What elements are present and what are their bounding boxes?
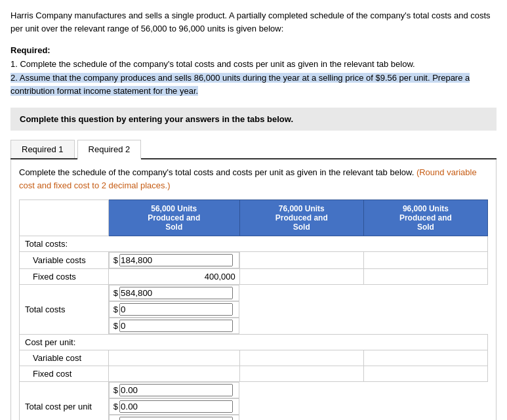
tab-instruction: Complete the schedule of the company's t…: [19, 166, 488, 192]
table-row: Total costs $ $ $: [20, 285, 488, 335]
variable-cost-96k-cell: [363, 350, 487, 366]
total-costs-row-label: Total costs: [20, 285, 109, 335]
fixed-cost-76k-cell: [239, 366, 363, 382]
required-item1: 1. Complete the schedule of the company'…: [10, 58, 497, 72]
tab-required1[interactable]: Required 1: [10, 140, 75, 158]
dollar-sign-total1: $: [110, 285, 119, 301]
variable-costs-label: Variable costs: [20, 252, 109, 269]
variable-costs-96k-cell: [363, 252, 487, 269]
total-costs-96k-input[interactable]: [119, 320, 233, 332]
variable-costs-56k-input[interactable]: [119, 254, 233, 266]
fixed-costs-56k-cell: [108, 269, 239, 285]
variable-costs-76k-cell: [239, 252, 363, 269]
fixed-costs-label: Fixed costs: [20, 269, 109, 285]
fixed-cost-56k-input[interactable]: [109, 367, 239, 381]
instruction-box: Complete this question by entering your …: [10, 108, 497, 131]
table-row: Fixed costs: [20, 269, 488, 285]
fixed-cost-96k-input[interactable]: [364, 367, 487, 381]
table-row: Total cost per unit $ $ $: [20, 382, 488, 420]
fixed-costs-76k-input[interactable]: [240, 270, 363, 284]
fixed-cost-76k-input[interactable]: [240, 367, 363, 381]
fixed-costs-96k-input[interactable]: [364, 270, 487, 284]
cost-table: 56,000 UnitsProduced andSold 76,000 Unit…: [19, 200, 488, 420]
fixed-costs-96k-cell: [363, 269, 487, 285]
variable-cost-56k-cell: [108, 350, 239, 366]
dollar-sign-total3: $: [110, 318, 119, 333]
dollar-sign-total2: $: [110, 302, 119, 317]
variable-cost-76k-input[interactable]: [240, 351, 363, 365]
required-item2: 2. Assume that the company produces and …: [10, 72, 497, 99]
required-label: Required:: [10, 45, 51, 55]
variable-costs-76k-input[interactable]: [240, 253, 363, 267]
total-cpu-96k-input[interactable]: [119, 417, 233, 420]
table-row: Variable cost: [20, 350, 488, 366]
total-costs-label: Total costs:: [20, 236, 488, 252]
fixed-cost-56k-cell: [108, 366, 239, 382]
fixed-cost-label: Fixed cost: [20, 366, 109, 382]
total-costs-76k-input[interactable]: [119, 303, 233, 316]
total-cost-per-unit-label: Total cost per unit: [20, 382, 109, 420]
tab-required2[interactable]: Required 2: [77, 140, 142, 159]
variable-cost-56k-input[interactable]: [109, 351, 239, 365]
total-cpu-56k-input[interactable]: [119, 384, 233, 396]
required-item2-highlighted: 2. Assume that the company produces and …: [10, 73, 470, 96]
fixed-costs-56k-input[interactable]: [109, 270, 239, 284]
dollar-sign-cpu1: $: [110, 383, 119, 398]
table-header-empty: [20, 200, 109, 236]
total-costs-56k-input[interactable]: [119, 287, 233, 299]
variable-cost-label: Variable cost: [20, 350, 109, 366]
tab-content: Complete the schedule of the company's t…: [10, 159, 497, 420]
tabs-row: Required 1 Required 2: [10, 140, 497, 159]
table-row: Cost per unit:: [20, 335, 488, 350]
fixed-costs-76k-cell: [239, 269, 363, 285]
variable-costs-96k-input[interactable]: [364, 253, 487, 267]
required-section: Required: 1. Complete the schedule of th…: [10, 44, 497, 98]
dollar-sign-1: $: [110, 253, 119, 268]
variable-cost-76k-cell: [239, 350, 363, 366]
fixed-cost-96k-cell: [363, 366, 487, 382]
table-row: Total costs:: [20, 236, 488, 252]
cost-per-unit-label: Cost per unit:: [20, 335, 488, 350]
dollar-sign-cpu3: $: [110, 415, 119, 420]
dollar-sign-cpu2: $: [110, 399, 119, 414]
variable-cost-96k-input[interactable]: [364, 351, 487, 365]
table-header-76k: 76,000 UnitsProduced andSold: [239, 200, 363, 236]
table-header-56k: 56,000 UnitsProduced andSold: [108, 200, 239, 236]
table-header-96k: 96,000 UnitsProduced andSold: [363, 200, 487, 236]
intro-text: Harris Company manufactures and sells a …: [10, 9, 497, 35]
table-row: Variable costs $: [20, 252, 488, 269]
total-cpu-76k-input[interactable]: [119, 400, 233, 413]
table-row: Fixed cost: [20, 366, 488, 382]
